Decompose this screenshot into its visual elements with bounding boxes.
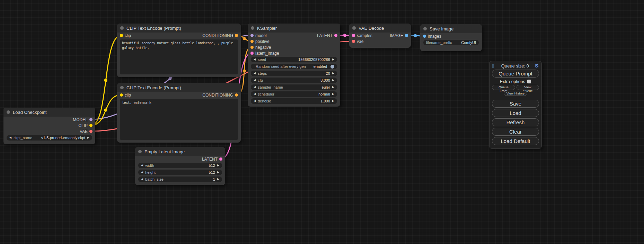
decrement-arrow-icon[interactable]: ◀: [141, 178, 143, 181]
node-title: Save Image: [430, 26, 453, 31]
increment-arrow-icon[interactable]: ▶: [217, 171, 219, 174]
decrement-arrow-icon[interactable]: ◀: [254, 58, 256, 61]
input-slot-clip-dot[interactable]: [120, 34, 123, 37]
increment-arrow-icon[interactable]: ▶: [217, 164, 219, 167]
output-slot-image-dot[interactable]: [405, 34, 408, 37]
collapse-dot-icon[interactable]: [138, 150, 142, 153]
view-queue-button[interactable]: View Queue: [517, 85, 539, 90]
queue-front-button[interactable]: Queue Front: [492, 85, 515, 90]
increment-arrow-icon[interactable]: ▶: [332, 100, 334, 102]
filename-prefix-widget[interactable]: filename_prefix ComfyUI: [423, 40, 479, 45]
node-ksampler[interactable]: KSampler model LATENT positive negative …: [248, 24, 340, 107]
extra-options-label: Extra options: [500, 79, 525, 84]
height-widget[interactable]: ◀ height 512 ▶: [138, 170, 222, 175]
collapse-dot-icon[interactable]: [120, 26, 124, 30]
cfg-widget[interactable]: ◀ cfg 8.000 ▶: [251, 78, 337, 83]
history-button-row: View History: [492, 91, 539, 96]
output-slot-model-dot[interactable]: [89, 118, 92, 121]
increment-arrow-icon[interactable]: ▶: [332, 72, 334, 75]
decrement-arrow-icon[interactable]: ◀: [254, 100, 256, 102]
node-graph-canvas[interactable]: Load Checkpoint MODEL CLIP VAE ◀ ckpt_na…: [0, 0, 644, 244]
increment-arrow-icon[interactable]: ▶: [217, 178, 219, 181]
input-slot-images-dot[interactable]: [423, 35, 426, 38]
node-title-bar[interactable]: KSampler: [248, 24, 340, 33]
random-seed-toggle[interactable]: Random seed after every gen enabled: [251, 64, 337, 69]
clear-button[interactable]: Clear: [492, 128, 539, 136]
load-default-button[interactable]: Load Default: [492, 137, 539, 145]
save-button[interactable]: Save: [492, 100, 539, 108]
input-slot-latent-image-dot[interactable]: [250, 52, 254, 55]
increment-arrow-icon[interactable]: ▶: [87, 136, 89, 139]
decrement-arrow-icon[interactable]: ◀: [254, 86, 256, 89]
seed-widget[interactable]: ◀ seed 156680208700286 ▶: [251, 57, 337, 62]
increment-arrow-icon[interactable]: ▶: [332, 93, 334, 96]
width-widget[interactable]: ◀ width 512 ▶: [138, 163, 222, 168]
collapse-dot-icon[interactable]: [352, 26, 356, 30]
node-title-bar[interactable]: VAE Decode: [349, 24, 411, 33]
output-slot-vae-dot[interactable]: [89, 130, 92, 133]
node-title-bar[interactable]: Save Image: [420, 24, 482, 33]
input-slot-positive-dot[interactable]: [250, 40, 254, 43]
node-title-bar[interactable]: Load Checkpoint: [3, 108, 95, 117]
extra-options-row: Extra options: [492, 79, 539, 84]
wire-midpoint-dot: [243, 37, 246, 40]
negative-prompt-textarea[interactable]: text, watermark: [120, 99, 238, 140]
decrement-arrow-icon[interactable]: ◀: [141, 164, 143, 167]
settings-gear-icon[interactable]: ⚙: [535, 63, 539, 69]
decrement-arrow-icon[interactable]: ◀: [254, 72, 256, 75]
node-vae-decode[interactable]: VAE Decode samples IMAGE vae: [349, 24, 411, 48]
ckpt-name-widget[interactable]: ◀ ckpt_name v1-5-pruned-emaonly.ckpt ▶: [7, 135, 92, 141]
node-title: CLIP Text Encode (Prompt): [126, 26, 181, 31]
collapse-dot-icon[interactable]: [7, 110, 10, 114]
node-empty-latent-image[interactable]: Empty Latent Image LATENT ◀ width 512 ▶ …: [135, 147, 225, 185]
input-slot-label: positive: [255, 39, 270, 44]
batch-size-widget[interactable]: ◀ batch_size 1 ▶: [138, 177, 222, 182]
output-slot-conditioning-dot[interactable]: [235, 34, 238, 37]
output-slot-latent-dot[interactable]: [219, 157, 222, 161]
input-slot-samples-dot[interactable]: [352, 34, 355, 37]
node-clip-text-encode-positive[interactable]: CLIP Text Encode (Prompt) clip CONDITION…: [117, 24, 241, 77]
decrement-arrow-icon[interactable]: ◀: [9, 136, 11, 139]
decrement-arrow-icon[interactable]: ◀: [254, 93, 256, 96]
node-clip-text-encode-negative[interactable]: CLIP Text Encode (Prompt) clip CONDITION…: [117, 83, 241, 143]
node-title: Load Checkpoint: [13, 110, 47, 115]
node-title: VAE Decode: [359, 26, 384, 31]
sampler-name-widget[interactable]: ◀ sampler_name euler ▶: [251, 84, 337, 90]
output-slot-latent-dot[interactable]: [334, 34, 337, 37]
scheduler-widget[interactable]: ◀ scheduler normal ▶: [251, 91, 337, 97]
increment-arrow-icon[interactable]: ▶: [332, 58, 334, 61]
decrement-arrow-icon[interactable]: ◀: [141, 171, 143, 174]
refresh-button[interactable]: Refresh: [492, 118, 539, 126]
drag-handle-icon[interactable]: ⣿: [492, 64, 494, 68]
node-title-bar[interactable]: CLIP Text Encode (Prompt): [117, 24, 241, 33]
denoise-widget[interactable]: ◀ denoise 1.000 ▶: [251, 98, 337, 104]
output-slot-clip-dot[interactable]: [89, 124, 92, 127]
input-slot-model-dot[interactable]: [250, 34, 254, 37]
node-save-image[interactable]: Save Image images filename_prefix ComfyU…: [420, 24, 482, 51]
increment-arrow-icon[interactable]: ▶: [332, 79, 334, 82]
input-slot-negative-dot[interactable]: [250, 46, 254, 49]
collapse-dot-icon[interactable]: [120, 86, 124, 89]
io-row: clip CONDITIONING: [117, 33, 241, 38]
input-slot-clip-dot[interactable]: [120, 93, 123, 97]
node-title: CLIP Text Encode (Prompt): [126, 85, 181, 90]
collapse-dot-icon[interactable]: [251, 26, 254, 30]
input-slot-vae-dot[interactable]: [352, 40, 355, 43]
input-slot-label: samples: [357, 33, 372, 38]
steps-widget[interactable]: ◀ steps 20 ▶: [251, 71, 337, 76]
positive-prompt-textarea[interactable]: beautiful scenery nature glass bottle la…: [120, 39, 238, 74]
output-slot-conditioning-dot[interactable]: [235, 93, 238, 97]
input-slot-label: clip: [125, 93, 131, 98]
increment-arrow-icon[interactable]: ▶: [332, 86, 334, 89]
collapse-dot-icon[interactable]: [423, 27, 427, 30]
node-title-bar[interactable]: CLIP Text Encode (Prompt): [117, 83, 241, 92]
node-load-checkpoint[interactable]: Load Checkpoint MODEL CLIP VAE ◀ ckpt_na…: [3, 108, 95, 144]
extra-options-checkbox[interactable]: [527, 80, 531, 83]
load-button[interactable]: Load: [492, 109, 539, 117]
decrement-arrow-icon[interactable]: ◀: [254, 79, 256, 82]
node-title-bar[interactable]: Empty Latent Image: [135, 147, 225, 156]
output-slot-label: VAE: [80, 129, 88, 134]
queue-prompt-button[interactable]: Queue Prompt: [492, 70, 539, 78]
toggle-knob-icon[interactable]: [330, 65, 334, 69]
view-history-button[interactable]: View History: [504, 91, 528, 96]
